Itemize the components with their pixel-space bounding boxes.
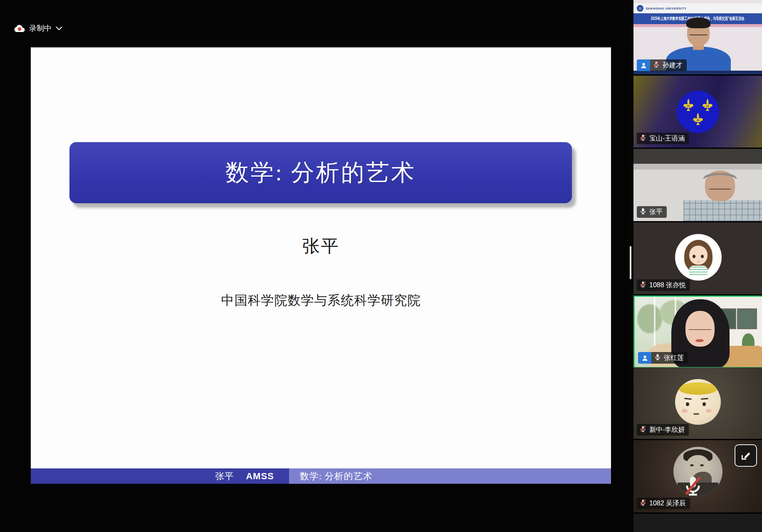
participant-nametag: 孙建才 bbox=[637, 59, 687, 71]
video-tile-wuzechen[interactable]: 1082 吴泽辰 bbox=[633, 440, 762, 512]
participant-nametag: 宝山-王语涵 bbox=[637, 133, 689, 144]
avatar-eye bbox=[700, 464, 704, 466]
slide-affiliation: 中国科学院数学与系统科学研究院 bbox=[31, 292, 611, 309]
video-tile-lixinyan[interactable]: 新中-李欣妍 bbox=[633, 367, 762, 439]
mic-muted-icon bbox=[640, 499, 646, 507]
avatar-eye bbox=[701, 255, 704, 258]
fleur-de-lis-icon bbox=[692, 112, 704, 127]
fleur-de-lis-avatar bbox=[677, 91, 719, 133]
chevron-down-icon[interactable] bbox=[56, 27, 62, 30]
avatar-cheek bbox=[682, 409, 688, 413]
mic-muted-icon bbox=[640, 281, 646, 289]
participant-name: 张平 bbox=[649, 208, 663, 217]
participant-name: 1088 张亦悦 bbox=[649, 281, 686, 290]
shanghai-university-logo: U bbox=[637, 5, 643, 12]
wall-shadow bbox=[633, 164, 762, 170]
person-hair bbox=[703, 173, 737, 184]
desk-edge bbox=[633, 71, 762, 74]
participant-name: 宝山-王语涵 bbox=[649, 134, 685, 143]
mic-icon bbox=[640, 208, 646, 216]
video-tile-zhanghonglian-active-speaker[interactable]: 张红莲 bbox=[633, 296, 762, 368]
fleur-de-lis-icon bbox=[683, 98, 694, 113]
mic-icon bbox=[654, 354, 661, 362]
avatar-hair bbox=[678, 382, 717, 395]
video-tile-partial[interactable] bbox=[633, 514, 762, 532]
slide-author: 张平 bbox=[31, 234, 611, 258]
video-tile-zhangping[interactable]: 张平 bbox=[633, 149, 762, 221]
mic-muted-icon bbox=[653, 61, 660, 69]
slide-footer-left: 张平 AMSS bbox=[31, 468, 289, 484]
slide-title-banner: 数学: 分析的艺术 bbox=[69, 142, 572, 203]
host-badge-icon bbox=[638, 352, 651, 364]
person-hair bbox=[686, 17, 710, 28]
avatar-eyebrow bbox=[701, 398, 708, 399]
avatar-eye bbox=[703, 402, 706, 406]
avatar-shirt bbox=[689, 266, 708, 276]
participant-nametag: 1082 吴泽辰 bbox=[637, 498, 690, 509]
sidebar-scrollbar[interactable] bbox=[630, 246, 631, 279]
participant-name: 张红莲 bbox=[664, 354, 684, 362]
slide-footer: 张平 AMSS 数学: 分析的艺术 bbox=[31, 468, 611, 484]
participant-name: 新中-李欣妍 bbox=[649, 426, 685, 434]
avatar-eye bbox=[686, 402, 689, 406]
shared-screen-slide: 数学: 分析的艺术 张平 中国科学院数学与系统科学研究院 张平 AMSS 数学:… bbox=[31, 47, 611, 484]
participant-name: 1082 吴泽辰 bbox=[649, 499, 686, 508]
avatar-cheek bbox=[706, 409, 712, 413]
cartoon-girl-avatar bbox=[675, 234, 722, 281]
person-glasses bbox=[709, 185, 731, 190]
footer-author: 张平 bbox=[215, 470, 233, 483]
footer-org: AMSS bbox=[246, 471, 274, 482]
wall-art bbox=[737, 308, 757, 329]
video-tile-zhangyiyue[interactable]: 1088 张亦悦 bbox=[633, 222, 762, 294]
slide-title: 数学: 分析的艺术 bbox=[225, 157, 416, 189]
university-name: SHANGHAI UNIVERSITY bbox=[646, 7, 687, 10]
fleur-de-lis-icon bbox=[702, 98, 713, 113]
person-glasses bbox=[689, 324, 711, 330]
avatar-mouth bbox=[697, 260, 700, 262]
recording-label: 录制中 bbox=[29, 23, 52, 33]
host-badge-icon bbox=[637, 59, 650, 71]
participant-nametag: 张平 bbox=[637, 206, 667, 218]
slide-footer-right: 数学: 分析的艺术 bbox=[289, 468, 611, 484]
muted-mic-overlay-icon bbox=[683, 475, 703, 499]
person-glasses bbox=[690, 31, 707, 35]
mic-muted-icon bbox=[640, 134, 646, 143]
person-shirt bbox=[683, 200, 762, 221]
annotation-pen-button[interactable] bbox=[735, 444, 757, 467]
participant-name: 孙建才 bbox=[663, 61, 683, 70]
participant-nametag: 1088 张亦悦 bbox=[637, 279, 690, 291]
participant-nametag: 张红莲 bbox=[638, 352, 688, 364]
footer-title: 数学: 分析的艺术 bbox=[300, 470, 373, 483]
window-frame bbox=[633, 149, 762, 164]
person-lips bbox=[695, 339, 704, 342]
mic-muted-icon bbox=[640, 426, 646, 434]
participants-sidebar: U SHANGHAI UNIVERSITY 2025年上海大学数学实践工作站“听… bbox=[633, 0, 762, 532]
tree-foliage bbox=[637, 304, 662, 333]
doll-avatar bbox=[675, 379, 721, 425]
participant-nametag: 新中-李欣妍 bbox=[637, 424, 689, 436]
avatar-eye bbox=[693, 255, 695, 258]
avatar-eye bbox=[690, 464, 694, 466]
video-tile-wangyuhan[interactable]: 宝山-王语涵 bbox=[633, 76, 762, 148]
recording-cloud-icon bbox=[13, 24, 25, 32]
avatar-eyebrow bbox=[684, 398, 692, 400]
university-header-strip: U SHANGHAI UNIVERSITY bbox=[633, 3, 762, 13]
recording-control[interactable]: 录制中 bbox=[13, 23, 62, 33]
video-tile-sunjiancai[interactable]: U SHANGHAI UNIVERSITY 2025年上海大学数学实践工作站“听… bbox=[633, 0, 762, 74]
avatar-mouth bbox=[693, 413, 699, 415]
